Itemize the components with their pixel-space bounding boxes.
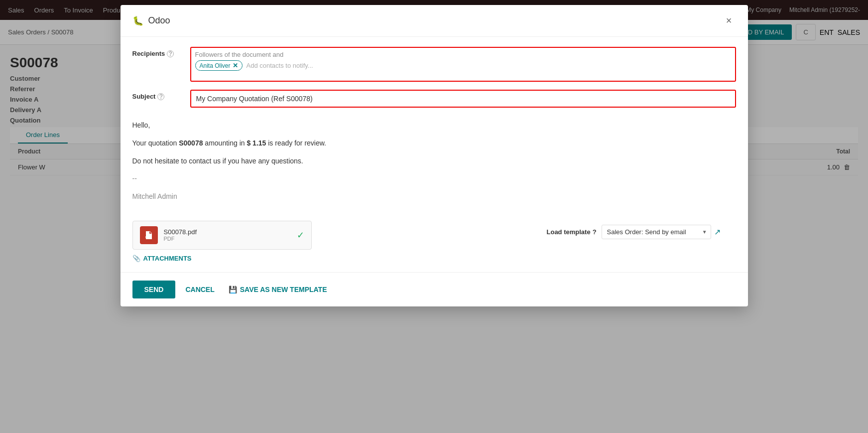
paperclip-icon: 📎 <box>132 255 140 262</box>
subject-field-wrapper <box>190 90 736 108</box>
file-info: S00078.pdf PDF <box>164 228 291 242</box>
template-help-icon[interactable]: ? <box>593 228 597 236</box>
email-body: Hello, Your quotation S00078 amounting i… <box>132 116 736 213</box>
modal-close-button[interactable]: × <box>722 13 736 28</box>
recipient-remove-button[interactable]: ✕ <box>233 62 238 69</box>
bug-icon: 🐛 <box>132 15 143 26</box>
template-external-link-button[interactable]: ↗ <box>714 227 721 237</box>
file-type: PDF <box>164 236 291 242</box>
template-row: Load template ? Sales Order: Send by ema… <box>547 225 736 239</box>
modal-header: 🐛 Odoo × <box>121 5 748 37</box>
email-signer: Mitchell Admin <box>132 191 736 203</box>
send-button[interactable]: SEND <box>132 281 176 298</box>
recipient-tags: Anita Oliver ✕ Add contacts to notify... <box>195 60 731 71</box>
save-icon: 💾 <box>229 286 237 293</box>
modal-title: Odoo <box>148 15 717 26</box>
modal-overlay: 🐛 Odoo × Recipients ? Followers of the d… <box>0 0 868 433</box>
template-area: Load template ? Sales Order: Send by ema… <box>547 221 736 239</box>
recipients-row: Recipients ? Followers of the document a… <box>132 47 736 82</box>
recipients-label: Recipients ? <box>132 47 182 57</box>
template-select-wrapper: Sales Order: Send by email ↗ <box>602 225 721 239</box>
cancel-button[interactable]: CANCEL <box>181 281 218 298</box>
email-line1: Your quotation S00078 amounting in $ 1.1… <box>132 138 736 149</box>
recipients-field[interactable]: Followers of the document and Anita Oliv… <box>190 47 736 82</box>
subject-label: Subject ? <box>132 90 182 100</box>
file-check-icon: ✓ <box>297 230 304 241</box>
subject-help-icon[interactable]: ? <box>157 93 164 100</box>
email-line2: Do not hesitate to contact us if you hav… <box>132 155 736 167</box>
recipient-tag-name: Anita Oliver <box>200 62 231 69</box>
email-compose-modal: 🐛 Odoo × Recipients ? Followers of the d… <box>121 5 748 306</box>
pdf-icon: PDF <box>140 226 158 244</box>
email-ref: S00078 <box>179 139 203 147</box>
recipients-help-icon[interactable]: ? <box>167 50 174 57</box>
add-contacts-placeholder[interactable]: Add contacts to notify... <box>245 61 315 70</box>
attachment-file: PDF S00078.pdf PDF ✓ <box>132 221 312 250</box>
subject-row: Subject ? <box>132 90 736 108</box>
modal-body: Recipients ? Followers of the document a… <box>121 37 748 272</box>
template-label: Load template ? <box>547 228 597 236</box>
file-name: S00078.pdf <box>164 228 291 236</box>
email-separator: -- <box>132 173 736 185</box>
email-greeting: Hello, <box>132 120 736 132</box>
attachment-area: PDF S00078.pdf PDF ✓ 📎 ATTACHMENTS <box>132 221 527 262</box>
template-select-container: Sales Order: Send by email <box>602 225 711 239</box>
subject-input[interactable] <box>191 91 735 107</box>
template-select[interactable]: Sales Order: Send by email <box>602 225 711 239</box>
modal-footer: SEND CANCEL 💾 SAVE AS NEW TEMPLATE <box>121 272 748 306</box>
bottom-section: PDF S00078.pdf PDF ✓ 📎 ATTACHMENTS <box>132 221 736 262</box>
recipients-hint: Followers of the document and <box>195 51 731 58</box>
email-signature: -- Mitchell Admin <box>132 173 736 203</box>
email-amount: $ 1.15 <box>247 139 266 147</box>
svg-text:PDF: PDF <box>145 236 151 239</box>
attachments-button[interactable]: 📎 ATTACHMENTS <box>132 255 192 262</box>
save-template-button[interactable]: 💾 SAVE AS NEW TEMPLATE <box>225 281 331 298</box>
recipient-tag-anita: Anita Oliver ✕ <box>195 60 243 71</box>
